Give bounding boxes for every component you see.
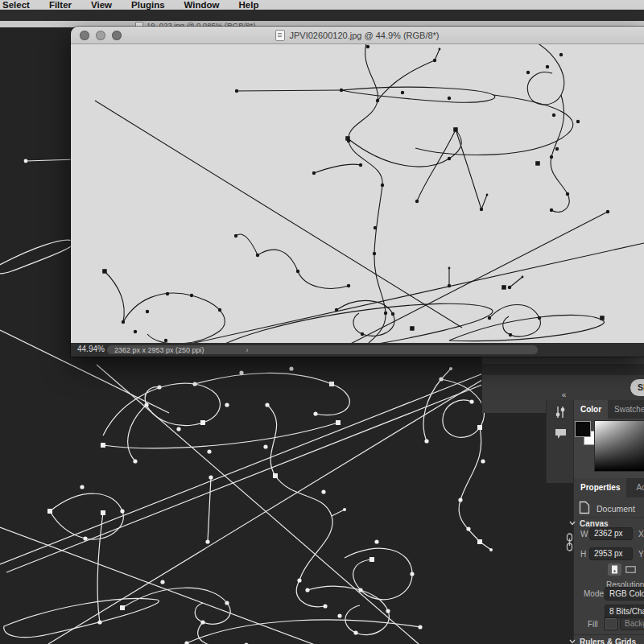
dock-divider-band bbox=[482, 364, 644, 375]
sliders-icon bbox=[555, 406, 566, 419]
menu-filter[interactable]: Filter bbox=[49, 0, 72, 10]
comments-panel-icon[interactable] bbox=[553, 427, 568, 441]
properties-panel-body: Document Canvas W 2362 px X H 2953 px bbox=[574, 497, 644, 644]
zoom-level-field[interactable]: 44.94% bbox=[77, 345, 105, 353]
status-chevron-icon[interactable]: › bbox=[246, 346, 249, 354]
properties-group-tabbar: Properties Adjustments bbox=[574, 478, 644, 497]
front-document-canvas[interactable] bbox=[71, 44, 644, 343]
canvas-width-field[interactable]: 2362 px bbox=[589, 527, 633, 540]
window-title: JPVI02600120.jpg @ 44.9% (RGB/8*) bbox=[289, 31, 439, 40]
share-button[interactable]: Share bbox=[630, 379, 644, 396]
photoshop-app: 19_023.jpg @ 0.085% (RGB/8*) Share « Col… bbox=[0, 0, 644, 644]
y-label: Y bbox=[638, 550, 644, 559]
window-titlebar[interactable]: JPVI02600120.jpg @ 44.9% (RGB/8*) bbox=[71, 27, 644, 44]
document-dimensions-readout: 2362 px x 2953 px (250 ppi) bbox=[114, 346, 204, 354]
orientation-landscape-button[interactable] bbox=[624, 564, 638, 576]
chevron-down-icon bbox=[569, 639, 576, 644]
fill-content-dropdown[interactable]: Background bbox=[620, 617, 644, 630]
color-picker-field[interactable] bbox=[594, 420, 644, 472]
rulers-grids-section-header[interactable]: Rulers & Grids bbox=[580, 638, 636, 644]
tab-color[interactable]: Color bbox=[574, 400, 608, 419]
link-dimensions-icon[interactable] bbox=[565, 532, 574, 553]
foreground-color-swatch[interactable] bbox=[576, 422, 590, 436]
panel-icon-column bbox=[546, 400, 573, 483]
sliders-panel-icon[interactable] bbox=[553, 405, 568, 419]
tab-properties[interactable]: Properties bbox=[574, 478, 626, 497]
menu-select[interactable]: Select bbox=[2, 0, 30, 10]
document-type-icon bbox=[579, 501, 590, 514]
mode-label: Mode bbox=[584, 589, 604, 598]
orientation-portrait-button[interactable] bbox=[608, 564, 621, 576]
menu-view[interactable]: View bbox=[91, 0, 112, 10]
window-statusbar: 44.94% 2362 px x 2953 px (250 ppi) › bbox=[71, 343, 644, 357]
canvas-height-field[interactable]: 2953 px bbox=[589, 547, 633, 560]
height-label: H bbox=[580, 550, 586, 559]
color-group-tabbar: Color Swatches Gradients bbox=[574, 400, 644, 419]
menu-plugins[interactable]: Plugins bbox=[131, 0, 165, 10]
front-document-window: JPVI02600120.jpg @ 44.9% (RGB/8*) bbox=[71, 27, 644, 357]
width-label: W bbox=[580, 530, 588, 539]
vector-paths-light-canvas bbox=[71, 44, 644, 343]
chevron-down-icon bbox=[569, 521, 576, 526]
collapse-panels-icon[interactable]: « bbox=[555, 390, 572, 399]
comment-icon bbox=[555, 428, 567, 440]
landscape-icon bbox=[625, 566, 636, 573]
fill-label: Fill bbox=[588, 620, 598, 629]
x-label: X bbox=[638, 530, 644, 539]
document-proxy-icon[interactable] bbox=[275, 30, 285, 41]
portrait-icon bbox=[611, 565, 618, 574]
color-panel-group: Color Swatches Gradients bbox=[573, 400, 644, 478]
fill-color-swatch[interactable] bbox=[605, 617, 617, 630]
horizontal-scrollbar[interactable]: 2362 px x 2953 px (250 ppi) › bbox=[107, 345, 538, 354]
bit-depth-dropdown[interactable]: 8 Bits/Channel bbox=[605, 605, 644, 618]
tab-adjustments[interactable]: Adjustments bbox=[630, 478, 644, 497]
tab-swatches[interactable]: Swatches bbox=[608, 400, 644, 419]
menu-help[interactable]: Help bbox=[239, 0, 259, 10]
properties-panel-group: Properties Adjustments Document Canvas bbox=[573, 478, 644, 644]
menu-bar: Select Filter View Plugins Window Help bbox=[0, 0, 644, 10]
color-mode-dropdown[interactable]: RGB Color bbox=[605, 587, 644, 601]
menu-window[interactable]: Window bbox=[184, 0, 220, 10]
app-background-strip bbox=[0, 10, 644, 21]
document-label: Document bbox=[597, 504, 635, 514]
